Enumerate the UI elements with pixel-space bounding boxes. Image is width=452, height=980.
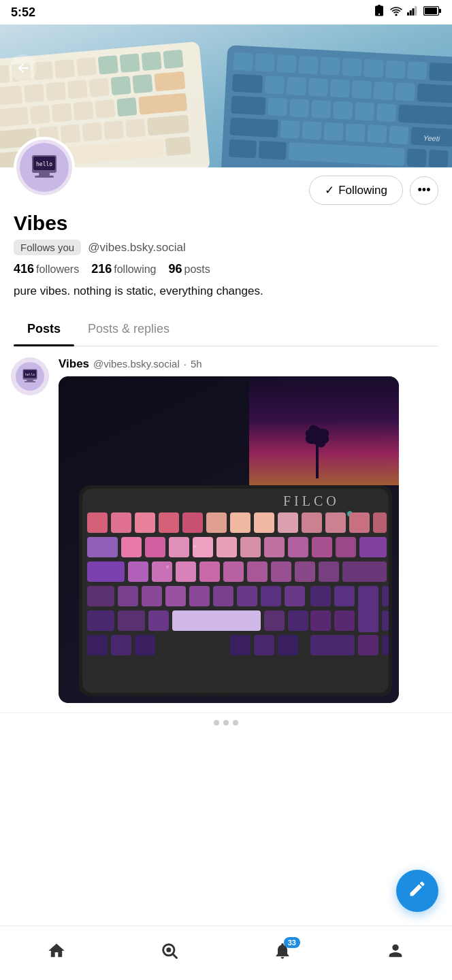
svg-rect-138 (199, 561, 220, 582)
svg-rect-149 (189, 586, 210, 606)
more-options-button[interactable]: ••• (410, 176, 438, 205)
svg-rect-122 (87, 537, 118, 557)
svg-rect-143 (319, 561, 339, 582)
svg-rect-13 (76, 57, 97, 76)
profile-name: Vibes (14, 212, 438, 234)
nav-search[interactable] (146, 936, 193, 970)
svg-rect-161 (172, 610, 261, 631)
following-button[interactable]: ✓ Following (309, 176, 403, 205)
svg-rect-132 (336, 537, 356, 557)
svg-rect-36 (82, 122, 102, 142)
svg-rect-114 (206, 512, 227, 533)
svg-text:Yeeti: Yeeti (423, 133, 440, 142)
search-icon (160, 941, 179, 965)
posts-stat[interactable]: 96 posts (169, 262, 210, 276)
svg-rect-166 (382, 610, 389, 631)
svg-rect-173 (310, 635, 355, 655)
svg-rect-125 (169, 537, 189, 557)
dot-indicator (223, 720, 229, 725)
battery-icon (423, 6, 441, 18)
svg-rect-160 (148, 610, 169, 631)
svg-rect-50 (364, 59, 383, 78)
svg-rect-31 (116, 97, 137, 116)
svg-rect-47 (298, 56, 318, 74)
following-count: 216 (91, 262, 112, 276)
profile-section: hello ✓ Following ••• Vibes Follows you … (0, 167, 452, 346)
action-buttons: ✓ Following ••• (309, 167, 438, 205)
svg-rect-172 (278, 635, 298, 655)
profile-handle[interactable]: @vibes.bsky.social (88, 241, 186, 255)
svg-rect-57 (308, 78, 328, 96)
svg-rect-22 (89, 78, 110, 97)
svg-rect-152 (261, 586, 281, 606)
svg-rect-137 (176, 561, 196, 582)
svg-rect-3 (415, 6, 417, 16)
svg-rect-59 (352, 80, 372, 99)
svg-rect-147 (142, 586, 162, 606)
svg-rect-144 (342, 561, 387, 582)
dot-indicator (233, 720, 238, 725)
tab-posts-replies[interactable]: Posts & replies (74, 312, 183, 346)
svg-rect-5 (439, 9, 441, 13)
svg-rect-84 (428, 150, 448, 168)
svg-text:hello: hello (25, 372, 35, 376)
svg-rect-75 (345, 123, 365, 142)
svg-rect-24 (132, 74, 152, 93)
profile-top-row: hello ✓ Following ••• (14, 167, 438, 205)
post-author-name[interactable]: Vibes (59, 357, 89, 371)
back-button[interactable] (10, 54, 37, 82)
svg-rect-2 (413, 8, 415, 16)
svg-rect-46 (276, 54, 296, 73)
svg-rect-19 (24, 84, 44, 103)
svg-rect-124 (145, 537, 165, 557)
svg-rect-121 (373, 512, 387, 533)
load-more (0, 713, 452, 732)
compose-fab[interactable] (396, 870, 438, 912)
followers-stat[interactable]: 416 followers (14, 262, 79, 276)
svg-rect-139 (223, 561, 244, 582)
svg-rect-110 (111, 512, 131, 533)
svg-rect-0 (407, 12, 409, 16)
tab-posts[interactable]: Posts (14, 312, 74, 346)
followers-label: followers (36, 263, 79, 276)
svg-rect-14 (98, 55, 118, 74)
svg-rect-37 (103, 120, 124, 140)
svg-rect-54 (232, 74, 263, 93)
svg-rect-74 (323, 122, 343, 141)
svg-rect-12 (54, 59, 75, 78)
svg-rect-142 (295, 561, 315, 582)
dot-indicator (214, 720, 219, 725)
home-icon (47, 941, 66, 965)
svg-rect-18 (0, 86, 22, 106)
nav-home[interactable] (33, 936, 80, 970)
svg-rect-164 (310, 610, 331, 631)
svg-rect-169 (135, 635, 155, 655)
svg-rect-27 (30, 105, 50, 124)
svg-rect-61 (396, 82, 415, 101)
svg-rect-23 (111, 76, 131, 95)
following-label: following (114, 263, 156, 276)
following-stat[interactable]: 216 following (91, 262, 156, 276)
svg-rect-131 (312, 537, 332, 557)
post-time: 5h (191, 358, 202, 370)
svg-text:hello: hello (36, 161, 52, 167)
nav-notifications[interactable]: 33 (259, 936, 306, 970)
svg-point-179 (166, 947, 171, 952)
svg-rect-72 (280, 120, 300, 138)
svg-rect-89 (39, 173, 50, 176)
svg-rect-163 (288, 610, 308, 631)
svg-rect-28 (52, 103, 72, 122)
svg-rect-76 (367, 125, 387, 143)
svg-rect-167 (87, 635, 108, 655)
svg-rect-48 (320, 56, 340, 75)
nav-profile[interactable] (372, 936, 419, 970)
svg-rect-73 (302, 121, 321, 140)
svg-rect-162 (264, 610, 285, 631)
post-separator: · (184, 358, 187, 370)
posts-label: posts (184, 263, 210, 276)
wifi-icon (389, 5, 403, 19)
svg-rect-120 (349, 512, 370, 533)
svg-rect-133 (359, 537, 387, 557)
svg-rect-116 (254, 512, 274, 533)
svg-rect-65 (289, 99, 309, 117)
